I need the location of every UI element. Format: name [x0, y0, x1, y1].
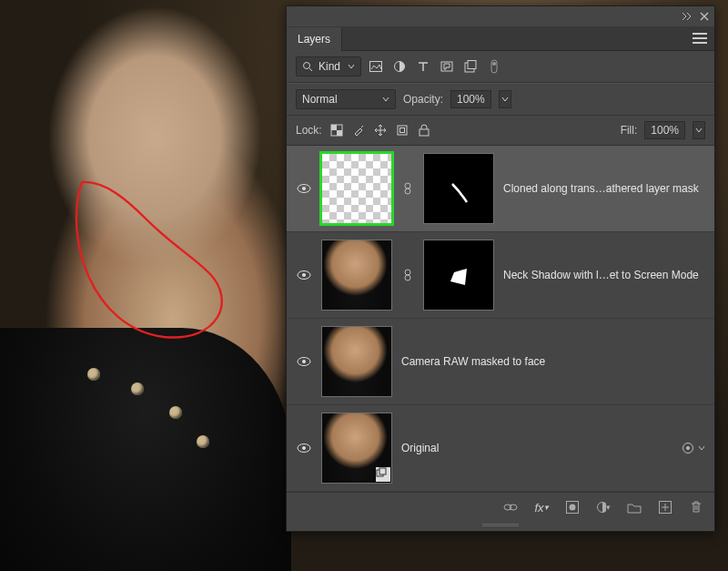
smartobject-badge [376, 467, 390, 482]
svg-point-25 [302, 446, 306, 450]
svg-rect-10 [337, 130, 342, 136]
svg-rect-5 [468, 61, 476, 69]
add-mask-icon[interactable] [565, 500, 580, 515]
layer-row[interactable]: Neck Shadow with l…et to Screen Mode [287, 232, 714, 319]
layer-filter-bar: Kind [287, 51, 714, 83]
svg-point-16 [405, 183, 410, 189]
svg-point-15 [302, 187, 306, 190]
svg-point-19 [302, 273, 306, 277]
smartobject-filter-icon[interactable] [463, 59, 478, 74]
chevron-down-icon [698, 444, 705, 452]
filter-icons [369, 59, 501, 74]
lock-transparency-icon[interactable] [329, 123, 344, 138]
svg-rect-11 [398, 126, 407, 135]
collapse-icon[interactable] [682, 12, 693, 21]
svg-point-23 [302, 360, 306, 363]
panel-tabs: Layers [287, 26, 714, 51]
layer-name[interactable]: Camera RAW masked to face [401, 355, 705, 368]
lock-fill-bar: Lock: Fill: 100% [287, 116, 714, 146]
fx-circle-icon [682, 442, 694, 454]
panel-grip[interactable] [287, 6, 714, 26]
svg-rect-9 [331, 125, 337, 130]
new-group-icon[interactable] [627, 500, 642, 515]
opacity-chevron[interactable] [499, 90, 511, 108]
svg-point-29 [686, 446, 690, 450]
fx-icon[interactable]: fx▾ [534, 500, 549, 515]
opacity-value[interactable]: 100% [450, 90, 491, 108]
visibility-toggle[interactable] [296, 267, 312, 283]
blend-opacity-bar: Normal Opacity: 100% [287, 83, 714, 116]
layer-thumbnail[interactable] [321, 240, 392, 311]
lock-icons [329, 123, 431, 138]
trash-icon[interactable] [689, 500, 703, 515]
layer-name[interactable]: Neck Shadow with l…et to Screen Mode [503, 269, 705, 281]
close-icon[interactable] [700, 12, 709, 21]
lock-brush-icon[interactable] [351, 123, 366, 138]
visibility-toggle[interactable] [296, 440, 312, 456]
panel-footer: fx▾ ▾ [287, 492, 714, 524]
layers-panel: Layers Kind Normal Opacity: 100% [286, 5, 715, 532]
layer-name[interactable]: Original [401, 442, 672, 454]
lock-label: Lock: [296, 124, 322, 137]
svg-point-20 [405, 270, 410, 275]
adjustment-filter-icon[interactable] [392, 59, 407, 74]
svg-point-0 [304, 63, 310, 69]
layer-row[interactable]: Cloned along trans…athered layer mask [287, 146, 714, 232]
panel-menu-icon[interactable] [685, 29, 714, 47]
image-filter-icon[interactable] [369, 59, 383, 74]
lock-all-icon[interactable] [417, 123, 431, 138]
mask-link-icon[interactable] [401, 182, 414, 195]
lock-artboard-icon[interactable] [395, 123, 410, 138]
layers-list: Cloned along trans…athered layer mask Ne… [287, 146, 714, 492]
layer-thumbnail[interactable] [321, 326, 392, 397]
svg-point-31 [510, 505, 517, 510]
svg-point-21 [405, 275, 410, 280]
layer-row[interactable]: Original [287, 405, 714, 492]
adjustment-layer-icon[interactable]: ▾ [596, 500, 611, 515]
type-filter-icon[interactable] [416, 59, 430, 74]
svg-point-7 [492, 62, 496, 66]
chevron-down-icon [348, 63, 355, 70]
mask-link-icon[interactable] [401, 269, 414, 281]
svg-rect-27 [379, 468, 386, 474]
blend-mode-value: Normal [302, 93, 338, 106]
fill-chevron[interactable] [693, 121, 705, 139]
filter-toggle-icon[interactable] [487, 59, 501, 74]
mask-thumbnail[interactable] [423, 153, 494, 224]
panel-resize-handle[interactable] [287, 524, 714, 531]
filter-type-label: Kind [318, 60, 340, 73]
chevron-down-icon [382, 96, 389, 103]
layer-name[interactable]: Cloned along trans…athered layer mask [503, 182, 705, 195]
svg-point-33 [570, 505, 576, 511]
lock-move-icon[interactable] [373, 123, 388, 138]
mask-thumbnail[interactable] [423, 240, 494, 311]
tab-layers[interactable]: Layers [287, 27, 342, 51]
svg-point-17 [405, 189, 410, 194]
new-layer-icon[interactable] [658, 500, 672, 515]
visibility-toggle[interactable] [296, 353, 312, 370]
opacity-label: Opacity: [403, 93, 443, 106]
filter-type-dropdown[interactable]: Kind [296, 56, 361, 76]
layer-effects-indicator[interactable] [682, 442, 705, 454]
fill-label: Fill: [621, 124, 638, 137]
svg-rect-13 [420, 129, 429, 136]
layer-row[interactable]: Camera RAW masked to face [287, 319, 714, 405]
blend-mode-dropdown[interactable]: Normal [296, 89, 396, 109]
shape-filter-icon[interactable] [440, 59, 454, 74]
link-layers-icon[interactable] [503, 500, 518, 515]
search-icon [302, 61, 313, 72]
fill-value[interactable]: 100% [644, 121, 685, 139]
visibility-toggle[interactable] [296, 180, 312, 197]
svg-rect-12 [399, 128, 404, 133]
layer-thumbnail[interactable] [321, 153, 392, 224]
